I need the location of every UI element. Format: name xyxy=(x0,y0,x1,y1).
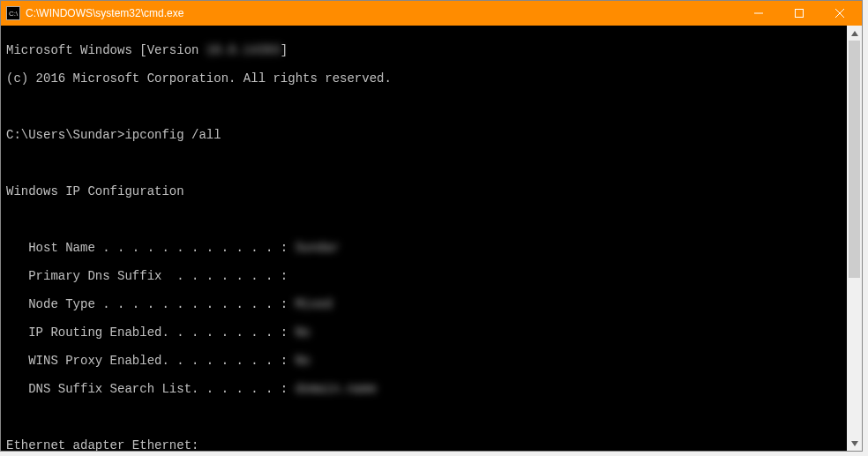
close-icon xyxy=(835,9,844,18)
maximize-icon xyxy=(795,9,804,18)
cmd-window: C:\ C:\WINDOWS\system32\cmd.exe Microsof… xyxy=(0,0,863,452)
config-row: WINS Proxy Enabled. . . . . . . . : No xyxy=(6,354,842,368)
titlebar[interactable]: C:\ C:\WINDOWS\system32\cmd.exe xyxy=(1,1,862,26)
terminal-container: Microsoft Windows [Version 10.0.14393] (… xyxy=(1,26,862,451)
prompt-path: C:\Users\Sundar> xyxy=(6,128,124,142)
section-header: Ethernet adapter Ethernet: xyxy=(6,438,842,451)
version-line: Microsoft Windows [Version 10.0.14393] xyxy=(6,43,842,57)
blank-line xyxy=(6,156,842,170)
label: IP Routing Enabled. . . . . . . . : xyxy=(6,325,296,340)
prompt-command: ipconfig /all xyxy=(124,128,221,142)
cmd-icon: C:\ xyxy=(6,6,20,20)
config-row: DNS Suffix Search List. . . . . . : doma… xyxy=(6,382,842,396)
scroll-down-button[interactable] xyxy=(847,436,862,451)
value-redacted: No xyxy=(296,354,311,368)
prompt-line: C:\Users\Sundar>ipconfig /all xyxy=(6,128,842,142)
config-row: Primary Dns Suffix . . . . . . . : xyxy=(6,269,842,283)
value-redacted: domain.name xyxy=(296,382,377,396)
minimize-button[interactable] xyxy=(738,1,779,26)
svg-marker-4 xyxy=(851,31,858,36)
label: Host Name . . . . . . . . . . . . : xyxy=(6,241,296,255)
scroll-thumb[interactable] xyxy=(849,41,860,278)
svg-rect-1 xyxy=(796,10,804,18)
version-suffix: ] xyxy=(281,43,288,57)
section-header: Windows IP Configuration xyxy=(6,184,842,198)
label: DNS Suffix Search List. . . . . . : xyxy=(6,382,296,396)
scrollbar[interactable] xyxy=(847,26,862,451)
chevron-up-icon xyxy=(851,31,858,36)
version-redacted: 10.0.14393 xyxy=(206,43,281,57)
minimize-icon xyxy=(754,9,763,18)
blank-line xyxy=(6,213,842,227)
value-redacted: Mixed xyxy=(296,297,333,311)
window-title: C:\WINDOWS\system32\cmd.exe xyxy=(26,7,738,19)
version-prefix: Microsoft Windows [Version xyxy=(6,43,206,57)
label: WINS Proxy Enabled. . . . . . . . : xyxy=(6,354,296,368)
blank-line xyxy=(6,100,842,114)
config-row: Host Name . . . . . . . . . . . . : Sund… xyxy=(6,241,842,255)
chevron-down-icon xyxy=(851,441,858,446)
value-redacted: Sundar xyxy=(296,241,340,255)
config-row: Node Type . . . . . . . . . . . . : Mixe… xyxy=(6,297,842,311)
terminal-output[interactable]: Microsoft Windows [Version 10.0.14393] (… xyxy=(1,26,847,451)
svg-marker-5 xyxy=(851,441,858,446)
scroll-up-button[interactable] xyxy=(847,26,862,41)
scroll-track[interactable] xyxy=(847,41,862,436)
config-row: IP Routing Enabled. . . . . . . . : No xyxy=(6,325,842,340)
label: Node Type . . . . . . . . . . . . : xyxy=(6,297,296,311)
maximize-button[interactable] xyxy=(779,1,819,26)
window-controls xyxy=(738,1,860,26)
close-button[interactable] xyxy=(819,1,860,26)
blank-line xyxy=(6,410,842,424)
value-redacted: No xyxy=(296,325,311,340)
copyright-line: (c) 2016 Microsoft Corporation. All righ… xyxy=(6,71,842,86)
